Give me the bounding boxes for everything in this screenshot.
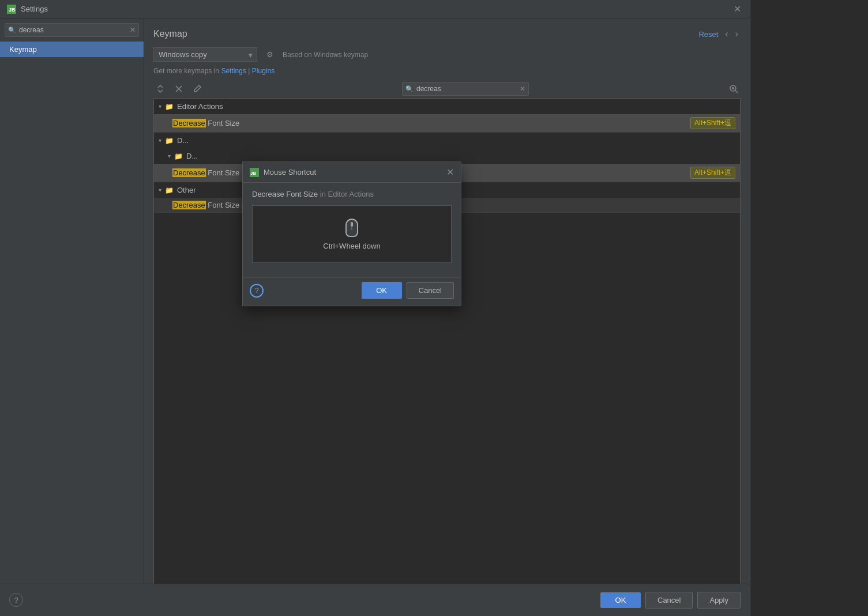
dialog-close-button[interactable]: ✕ xyxy=(446,167,454,178)
sidebar: 🔍 ✕ Keymap xyxy=(0,18,144,616)
keymap-based-on: Based on Windows keymap xyxy=(283,51,368,59)
apply-button[interactable]: Apply xyxy=(697,592,741,609)
dialog-help-button[interactable]: ? xyxy=(250,284,264,298)
settings-link[interactable]: Settings xyxy=(221,67,246,75)
toolbar-left xyxy=(153,82,204,96)
folder-icon-editor-actions: 📁 xyxy=(165,103,174,111)
dialog-action-label: Decrease Font Size in Editor Actions xyxy=(252,190,452,198)
dialog-action-context: in Editor Actions xyxy=(320,190,374,198)
nav-arrows: ‹ › xyxy=(723,28,741,40)
toolbar-search: 🔍 ✕ xyxy=(402,82,529,96)
close-button[interactable]: ✕ xyxy=(731,3,743,15)
keymap-links-row: Get more keymaps in Settings | Plugins xyxy=(153,66,741,75)
keymap-toolbar: 🔍 ✕ xyxy=(153,82,741,96)
mouse-body xyxy=(345,219,358,237)
main-header: Keymap Reset ‹ › xyxy=(153,28,741,40)
keymap-dropdown-wrapper: Windows copy xyxy=(153,47,257,62)
section-toggle-d: ▾ xyxy=(159,137,161,144)
section-editor-actions: ▾ 📁 Editor Actions Decrease Font Size Al… xyxy=(154,99,740,133)
svg-line-3 xyxy=(735,91,738,93)
find-by-shortcut-button[interactable] xyxy=(727,82,741,96)
help-button[interactable]: ? xyxy=(9,593,23,607)
sidebar-search-input[interactable] xyxy=(5,23,139,37)
sidebar-search-clear[interactable]: ✕ xyxy=(130,26,136,34)
dialog-buttons: OK Cancel xyxy=(362,282,454,299)
item-name-decrease-font-d: Decrease Font Size xyxy=(172,168,239,177)
section-toggle-other: ▾ xyxy=(159,187,161,193)
title-bar-left: JB Settings xyxy=(7,5,48,14)
section-toggle-editor-actions: ▾ xyxy=(159,103,161,110)
collapse-all-button[interactable] xyxy=(172,82,186,96)
folder-icon-sub-d: 📁 xyxy=(174,152,183,160)
keymap-links-prefix: Get more keymaps in xyxy=(153,67,221,75)
app-icon: JB xyxy=(7,5,16,14)
highlight-decrease-other: Decrease xyxy=(172,201,206,209)
section-title-sub-d: D... xyxy=(186,152,198,160)
settings-window: JB Settings ✕ 🔍 ✕ Keymap Keymap xyxy=(0,0,750,616)
item-name-decrease-font-editor: Decrease Font Size xyxy=(172,119,239,127)
folder-icon-other: 📁 xyxy=(165,186,174,194)
plugins-link[interactable]: Plugins xyxy=(252,67,275,75)
content-area: 🔍 ✕ Keymap Keymap Reset ‹ › xyxy=(0,18,750,616)
reset-button[interactable]: Reset xyxy=(698,30,718,39)
edit-button[interactable] xyxy=(190,82,204,96)
nav-forward-button[interactable]: › xyxy=(733,28,741,40)
mouse-icon xyxy=(345,219,358,237)
dialog-icon: JB xyxy=(250,168,259,177)
keymap-selector-row: Windows copy ⚙ Based on Windows keymap xyxy=(153,47,741,62)
page-title: Keymap xyxy=(153,29,187,39)
item-shortcut-decrease-font-d: Alt+Shift+逗 xyxy=(690,167,735,179)
sidebar-search-icon: 🔍 xyxy=(8,27,16,34)
dialog-title-left: JB Mouse Shortcut xyxy=(250,168,316,177)
highlight-decrease-d: Decrease xyxy=(172,168,206,177)
svg-text:JB: JB xyxy=(250,171,256,176)
dialog-cancel-button[interactable]: Cancel xyxy=(407,282,454,299)
ok-button[interactable]: OK xyxy=(600,592,641,608)
cancel-button[interactable]: Cancel xyxy=(645,592,693,609)
dialog-title-text: Mouse Shortcut xyxy=(264,168,316,176)
right-panel xyxy=(750,0,868,616)
expand-all-button[interactable] xyxy=(153,82,167,96)
nav-back-button[interactable]: ‹ xyxy=(723,28,730,40)
section-header-d[interactable]: ▾ 📁 D... xyxy=(154,133,740,148)
mouse-shortcut-dialog: JB Mouse Shortcut ✕ Decrease Font Size i… xyxy=(242,161,461,306)
main-content: Keymap Reset ‹ › Windows copy ⚙ Base xyxy=(144,18,750,616)
keymap-gear-icon[interactable]: ⚙ xyxy=(263,48,277,62)
section-toggle-sub-d: ▾ xyxy=(168,153,171,159)
dialog-body: Decrease Font Size in Editor Actions Ctr… xyxy=(243,183,461,277)
window-title: Settings xyxy=(21,5,48,13)
bottom-buttons: ? OK Cancel Apply xyxy=(0,584,750,616)
dialog-ok-button[interactable]: OK xyxy=(362,282,402,299)
mouse-divider xyxy=(352,223,352,230)
keymap-dropdown[interactable]: Windows copy xyxy=(153,47,257,62)
svg-text:JB: JB xyxy=(9,7,16,13)
dialog-action-name: Decrease Font Size xyxy=(252,190,318,198)
item-shortcut-decrease-font-editor: Alt+Shift+逗 xyxy=(690,117,735,129)
section-title-d: D... xyxy=(177,136,189,145)
sidebar-item-keymap[interactable]: Keymap xyxy=(0,42,144,57)
dialog-input-area[interactable]: Ctrl+Wheel down xyxy=(252,205,452,263)
toolbar-search-icon: 🔍 xyxy=(405,85,414,93)
svg-point-4 xyxy=(732,87,734,89)
toolbar-search-input[interactable] xyxy=(402,82,529,96)
dialog-shortcut-text: Ctrl+Wheel down xyxy=(323,242,380,250)
sidebar-item-label: Keymap xyxy=(9,45,37,54)
dialog-title-bar: JB Mouse Shortcut ✕ xyxy=(243,162,461,183)
keymap-item-decrease-font-editor[interactable]: Decrease Font Size Alt+Shift+逗 xyxy=(154,114,740,132)
toolbar-search-clear[interactable]: ✕ xyxy=(520,85,525,93)
section-header-editor-actions[interactable]: ▾ 📁 Editor Actions xyxy=(154,99,740,114)
dialog-footer: ? OK Cancel xyxy=(243,277,461,306)
header-actions: Reset ‹ › xyxy=(698,28,741,40)
sidebar-search-box: 🔍 ✕ xyxy=(5,23,139,37)
folder-icon-d: 📁 xyxy=(165,137,174,145)
section-title-editor-actions: Editor Actions xyxy=(177,102,223,111)
title-bar: JB Settings ✕ xyxy=(0,0,750,18)
section-title-other: Other xyxy=(177,186,196,194)
highlight-decrease: Decrease xyxy=(172,119,206,127)
